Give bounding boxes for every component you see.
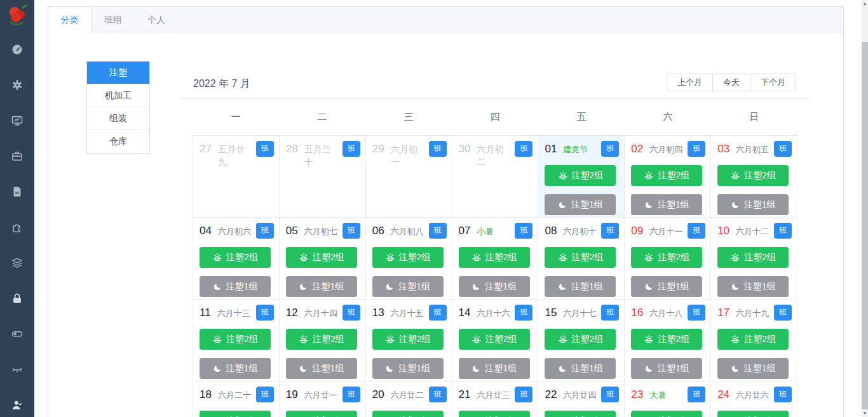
shift-badge[interactable]: 班 [774, 223, 792, 239]
day-shift-button[interactable]: 注塑2组 [459, 411, 530, 417]
calendar-cell-20[interactable]: 20六月廿二班注塑2组注塑1组 [366, 381, 452, 417]
user-manage-icon[interactable] [0, 387, 34, 417]
day-shift-button[interactable]: 注塑2组 [200, 329, 271, 350]
calendar-cell-18[interactable]: 18六月二十班注塑2组注塑1组 [193, 381, 280, 417]
tab-category[interactable]: 分类 [48, 7, 92, 33]
calendar-cell-12[interactable]: 12六月十四班注塑2组注塑1组 [280, 300, 366, 381]
shift-badge[interactable]: 班 [429, 387, 447, 402]
prev-month-button[interactable]: 上个月 [667, 74, 713, 91]
calendar-cell-11[interactable]: 11六月十三班注塑2组注塑1组 [193, 300, 280, 381]
tab-personal[interactable]: 个人 [135, 7, 178, 32]
shift-badge[interactable]: 班 [429, 141, 447, 157]
night-shift-button[interactable]: 注塑1组 [631, 276, 702, 297]
shift-badge[interactable]: 班 [774, 305, 792, 321]
app-logo-icon[interactable] [4, 3, 30, 29]
shift-badge[interactable]: 班 [601, 141, 619, 157]
day-shift-button[interactable]: 注塑2组 [545, 329, 616, 350]
calendar-cell-27[interactable]: 27五月廿九班 [193, 136, 280, 218]
day-shift-button[interactable]: 注塑2组 [372, 329, 444, 350]
puzzle-icon[interactable] [0, 209, 34, 245]
night-shift-button[interactable]: 注塑1组 [717, 194, 789, 215]
day-shift-button[interactable]: 注塑2组 [372, 411, 444, 417]
day-shift-button[interactable]: 注塑2组 [200, 247, 271, 268]
shift-badge[interactable]: 班 [774, 387, 792, 402]
tab-team[interactable]: 班组 [92, 7, 135, 32]
shift-badge[interactable]: 班 [256, 305, 274, 321]
shift-badge[interactable]: 班 [601, 305, 619, 321]
calendar-cell-23[interactable]: 23大暑班注塑2组注塑1组 [625, 381, 711, 417]
page-scrollbar[interactable]: ▲ ▼ [862, 0, 868, 417]
calendar-cell-05[interactable]: 05六月初七班注塑2组注塑1组 [280, 218, 366, 300]
night-shift-button[interactable]: 注塑1组 [631, 358, 702, 379]
category-item-injection[interactable]: 注塑 [87, 62, 149, 84]
shift-badge[interactable]: 班 [256, 141, 274, 157]
category-item-machining[interactable]: 机加工 [87, 84, 149, 107]
next-month-button[interactable]: 下个月 [750, 74, 796, 91]
shift-badge[interactable]: 班 [515, 223, 532, 239]
night-shift-button[interactable]: 注塑1组 [372, 276, 444, 297]
calendar-cell-02[interactable]: 02六月初四班注塑2组注塑1组 [625, 136, 711, 218]
shift-badge[interactable]: 班 [342, 387, 360, 402]
today-button[interactable]: 今天 [712, 74, 750, 91]
night-shift-button[interactable]: 注塑1组 [200, 276, 271, 297]
shift-badge[interactable]: 班 [429, 305, 447, 321]
day-shift-button[interactable]: 注塑2组 [631, 165, 702, 186]
shift-badge[interactable]: 班 [429, 223, 447, 239]
shift-badge[interactable]: 班 [515, 387, 532, 402]
calendar-cell-01[interactable]: 01建党节班注塑2组注塑1组 [538, 136, 625, 218]
calendar-cell-22[interactable]: 22六月廿四班注塑2组注塑1组 [538, 381, 625, 417]
shift-badge[interactable]: 班 [256, 223, 274, 239]
shift-badge[interactable]: 班 [601, 223, 619, 239]
gear-icon[interactable] [0, 67, 34, 103]
day-shift-button[interactable]: 注塑2组 [717, 329, 789, 350]
calendar-cell-29[interactable]: 29六月初一班 [366, 136, 452, 218]
calendar-cell-06[interactable]: 06六月初八班注塑2组注塑1组 [366, 218, 452, 300]
day-shift-button[interactable]: 注塑2组 [631, 247, 702, 268]
scrollbar-thumb[interactable] [862, 42, 868, 409]
shift-badge[interactable]: 班 [688, 141, 705, 157]
day-shift-button[interactable]: 注塑2组 [545, 247, 616, 268]
calendar-cell-04[interactable]: 04六月初六班注塑2组注塑1组 [193, 218, 280, 300]
night-shift-button[interactable]: 注塑1组 [717, 276, 789, 297]
calendar-cell-30[interactable]: 30六月初二班 [452, 136, 539, 218]
night-shift-button[interactable]: 注塑1组 [372, 358, 444, 379]
shift-badge[interactable]: 班 [688, 223, 705, 239]
calendar-cell-10[interactable]: 10六月十二班注塑2组注塑1组 [711, 218, 797, 300]
day-shift-button[interactable]: 注塑2组 [372, 247, 444, 268]
calendar-cell-24[interactable]: 24六月廿六班注塑2组注塑1组 [711, 381, 797, 417]
night-shift-button[interactable]: 注塑1组 [286, 276, 357, 297]
calendar-cell-03[interactable]: 03六月初五班注塑2组注塑1组 [711, 136, 797, 218]
calendar-cell-28[interactable]: 28五月三十班 [280, 136, 366, 218]
shift-badge[interactable]: 班 [515, 305, 532, 321]
night-shift-button[interactable]: 注塑1组 [545, 194, 616, 215]
calendar-cell-13[interactable]: 13六月十五班注塑2组注塑1组 [366, 300, 452, 381]
night-shift-button[interactable]: 注塑1组 [631, 194, 702, 215]
layers-icon[interactable] [0, 245, 34, 281]
night-shift-button[interactable]: 注塑1组 [459, 276, 530, 297]
calendar-cell-19[interactable]: 19六月廿一班注塑2组注塑1组 [280, 381, 366, 417]
day-shift-button[interactable]: 注塑2组 [545, 165, 616, 186]
day-shift-button[interactable]: 注塑2组 [286, 329, 357, 350]
shift-badge[interactable]: 班 [342, 141, 360, 157]
night-shift-button[interactable]: 注塑1组 [545, 276, 616, 297]
day-shift-button[interactable]: 注塑2组 [545, 411, 616, 417]
day-shift-button[interactable]: 注塑2组 [717, 165, 789, 186]
calendar-cell-17[interactable]: 17六月十九班注塑2组注塑1组 [711, 300, 797, 381]
dashboard-icon[interactable] [0, 32, 34, 67]
night-shift-button[interactable]: 注塑1组 [459, 358, 530, 379]
day-shift-button[interactable]: 注塑2组 [717, 411, 789, 417]
shift-badge[interactable]: 班 [601, 387, 619, 402]
day-shift-button[interactable]: 注塑2组 [459, 329, 530, 350]
day-shift-button[interactable]: 注塑2组 [286, 411, 357, 417]
night-shift-button[interactable]: 注塑1组 [717, 358, 789, 379]
calendar-cell-09[interactable]: 09六月十一班注塑2组注塑1组 [625, 218, 711, 300]
shift-badge[interactable]: 班 [774, 141, 792, 157]
calendar-cell-16[interactable]: 16六月十八班注塑2组注塑1组 [625, 300, 711, 381]
calendar-cell-08[interactable]: 08六月初十班注塑2组注塑1组 [538, 218, 625, 300]
shift-badge[interactable]: 班 [342, 223, 360, 239]
calendar-cell-21[interactable]: 21六月廿三班注塑2组注塑1组 [452, 381, 539, 417]
calendar-cell-15[interactable]: 15六月十七班注塑2组注塑1组 [538, 300, 625, 381]
shift-badge[interactable]: 班 [688, 305, 705, 321]
lock-icon[interactable] [0, 281, 34, 316]
day-shift-button[interactable]: 注塑2组 [631, 411, 702, 417]
